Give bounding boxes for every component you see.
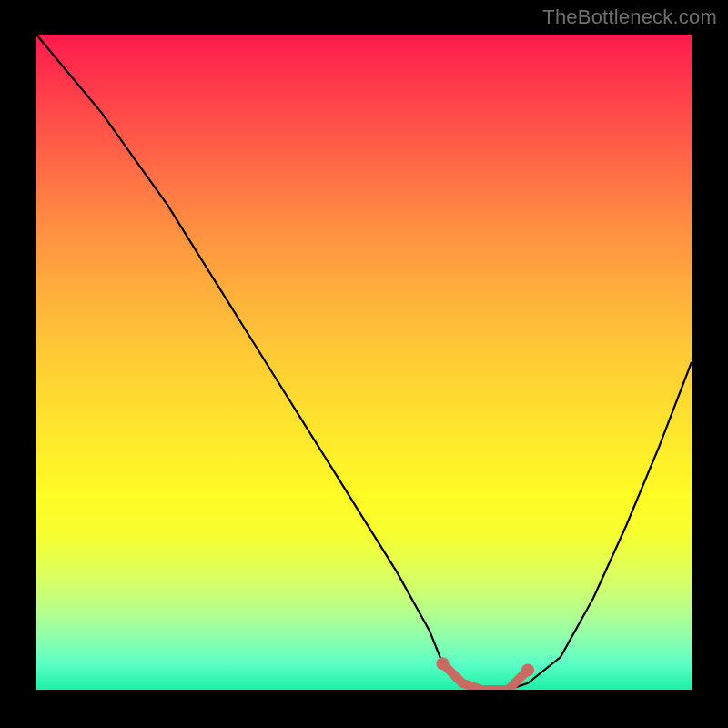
watermark-text: TheBottleneck.com	[542, 5, 717, 29]
optimal-range-marker	[442, 663, 528, 690]
plot-area	[36, 35, 692, 690]
chart-frame: TheBottleneck.com	[0, 0, 728, 728]
chart-svg	[36, 35, 692, 690]
marker-start-dot	[436, 657, 449, 670]
bottleneck-curve	[36, 35, 692, 690]
marker-end-dot	[521, 663, 534, 676]
